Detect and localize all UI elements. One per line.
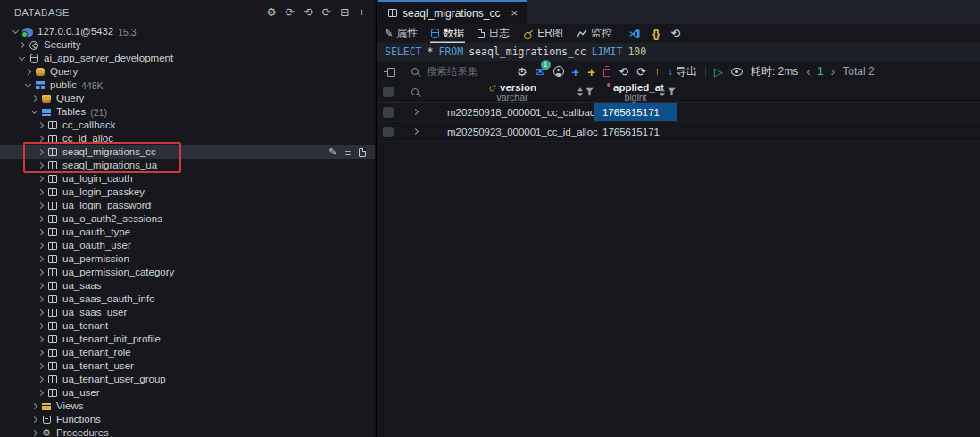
user-icon[interactable] bbox=[553, 66, 564, 77]
cell-version[interactable]: m20250918_000001_cc_callback bbox=[430, 107, 594, 118]
chevron-down-icon[interactable] bbox=[31, 108, 37, 114]
tab-data[interactable]: 数据 bbox=[430, 24, 465, 43]
tab-seaql-migrations-cc[interactable]: seaql_migrations_cc × bbox=[378, 0, 527, 24]
chevron-down-icon[interactable] bbox=[19, 54, 25, 61]
sql-history-icon[interactable]: ⟲ bbox=[670, 28, 680, 39]
chevron-right-icon[interactable] bbox=[37, 149, 44, 155]
chevron-right-icon[interactable] bbox=[31, 95, 37, 102]
tree-item-ua-login-oauth[interactable]: ua_login_oauth bbox=[0, 172, 375, 186]
chevron-right-icon[interactable] bbox=[411, 128, 418, 135]
chevron-right-icon[interactable] bbox=[411, 109, 418, 115]
chevron-right-icon[interactable] bbox=[31, 403, 37, 409]
tree-item-tables[interactable]: Tables(21) bbox=[0, 105, 375, 119]
chevron-right-icon[interactable] bbox=[37, 283, 44, 289]
delete-row-icon[interactable] bbox=[603, 69, 610, 77]
next-page-icon[interactable]: › bbox=[831, 64, 835, 78]
tree-item-ua-login-password[interactable]: ua_login_password bbox=[0, 199, 375, 212]
duplicate-row-icon[interactable]: + bbox=[587, 65, 595, 78]
chevron-right-icon[interactable] bbox=[25, 69, 31, 75]
sort-icon[interactable] bbox=[660, 87, 665, 96]
tree-item-ua-o-auth2-sessions[interactable]: ua_o_auth2_sessions bbox=[0, 212, 375, 226]
row-checkbox[interactable] bbox=[383, 107, 394, 118]
json-braces-icon[interactable]: {} bbox=[652, 29, 659, 39]
chevron-right-icon[interactable] bbox=[37, 189, 44, 195]
tab-properties[interactable]: ✎ 属性 bbox=[384, 24, 419, 43]
chevron-right-icon[interactable] bbox=[37, 176, 44, 182]
rollback-icon[interactable]: ⟲ bbox=[619, 66, 628, 78]
tree-item-127.0.0.1@5432[interactable]: 127.0.0.1@543215.3 bbox=[0, 25, 375, 38]
tree-item-public[interactable]: public448K bbox=[0, 78, 375, 92]
sql-editor[interactable]: SELECT * FROM seaql_migrations_cc LIMIT … bbox=[377, 43, 980, 61]
collapse-all-icon[interactable]: ⊟ bbox=[340, 7, 349, 19]
refresh-icon[interactable]: ⟳ bbox=[286, 7, 295, 19]
chevron-right-icon[interactable] bbox=[37, 376, 44, 383]
cell-applied-at[interactable]: 1765615171 bbox=[594, 122, 677, 141]
tree-item-ua-tenant-role[interactable]: ua_tenant_role bbox=[0, 346, 375, 359]
cell-version[interactable]: m20250923_000001_cc_id_alloc bbox=[430, 127, 594, 137]
history-icon[interactable]: ⟲ bbox=[303, 7, 312, 19]
tree-item-ua-tenant-user-group[interactable]: ua_tenant_user_group bbox=[0, 373, 375, 386]
column-header-version[interactable]: version varchar bbox=[430, 83, 594, 102]
tab-logs[interactable]: 日志 bbox=[477, 24, 511, 43]
tab-monitor[interactable]: 监控 bbox=[576, 24, 613, 43]
chevron-right-icon[interactable] bbox=[37, 350, 44, 356]
tree-item-ua-tenant-init-profile[interactable]: ua_tenant_init_profile bbox=[0, 333, 375, 346]
chevron-down-icon[interactable] bbox=[12, 28, 19, 34]
tree-item-security[interactable]: Security bbox=[0, 38, 375, 52]
chevron-right-icon[interactable] bbox=[37, 202, 44, 209]
chevron-right-icon[interactable] bbox=[37, 296, 44, 302]
settings-icon[interactable]: ⚙ bbox=[267, 7, 277, 19]
tree-item-query[interactable]: Query bbox=[0, 92, 375, 105]
edit-icon[interactable]: ✎ bbox=[328, 146, 336, 158]
chevron-right-icon[interactable] bbox=[37, 229, 44, 235]
search-input[interactable] bbox=[427, 66, 509, 77]
tree-item-ua-saas[interactable]: ua_saas bbox=[0, 279, 375, 293]
chevron-right-icon[interactable] bbox=[31, 430, 37, 436]
select-all-checkbox[interactable] bbox=[383, 87, 394, 97]
chevron-right-icon[interactable] bbox=[37, 136, 44, 142]
vscode-icon[interactable] bbox=[628, 28, 641, 40]
chevron-right-icon[interactable] bbox=[19, 42, 25, 48]
chevron-right-icon[interactable] bbox=[37, 243, 44, 249]
tree-item-seaql-migrations-cc[interactable]: seaql_migrations_cc✎≡ bbox=[0, 145, 375, 159]
tree-item-ua-tenant[interactable]: ua_tenant bbox=[0, 319, 375, 333]
sort-icon[interactable] bbox=[577, 87, 583, 96]
tree-item-ai-app-server-development[interactable]: ai_app_server_development bbox=[0, 52, 375, 65]
menu-icon[interactable]: ≡ bbox=[345, 147, 351, 158]
chevron-down-icon[interactable] bbox=[25, 81, 31, 87]
tree-item-ua-user[interactable]: ua_user bbox=[0, 386, 375, 400]
copy-icon[interactable] bbox=[359, 148, 366, 157]
tree-item-ua-oauth-user[interactable]: ua_oauth_user bbox=[0, 239, 375, 252]
close-icon[interactable]: × bbox=[511, 6, 518, 20]
tree-item-ua-saas-user[interactable]: ua_saas_user bbox=[0, 306, 375, 319]
chevron-right-icon[interactable] bbox=[37, 122, 44, 128]
tree-item-ua-permission-category[interactable]: ua_permission_category bbox=[0, 266, 375, 279]
tree-item-seaql-migrations-ua[interactable]: seaql_migrations_ua bbox=[0, 159, 375, 172]
tree-item-cc-id-alloc[interactable]: cc_id_alloc bbox=[0, 132, 375, 145]
add-row-icon[interactable]: + bbox=[572, 65, 580, 78]
tree-item-ua-tenant-user[interactable]: ua_tenant_user bbox=[0, 359, 375, 373]
tree-item-ua-login-passkey[interactable]: ua_login_passkey bbox=[0, 186, 375, 199]
column-header-applied-at[interactable]: applied_at bigint bbox=[594, 83, 677, 102]
chevron-right-icon[interactable] bbox=[37, 309, 44, 316]
table-row[interactable]: m20250918_000001_cc_callback1765615171 bbox=[377, 103, 980, 122]
add-connection-icon[interactable]: + bbox=[359, 7, 365, 19]
tab-er-diagram[interactable]: ER图 bbox=[522, 24, 564, 43]
tree-item-cc-callback[interactable]: cc_callback bbox=[0, 119, 375, 132]
chevron-right-icon[interactable] bbox=[37, 216, 44, 222]
upload-icon[interactable]: ↑ bbox=[654, 66, 660, 77]
filter-icon[interactable] bbox=[586, 88, 594, 96]
settings-icon[interactable]: ⚙ bbox=[517, 66, 527, 78]
tree-item-ua-saas-oauth-info[interactable]: ua_saas_oauth_info bbox=[0, 293, 375, 306]
pin-icon[interactable] bbox=[384, 67, 394, 76]
cell-applied-at[interactable]: 1765615171 bbox=[594, 103, 677, 121]
tree-item-ua-permission[interactable]: ua_permission bbox=[0, 252, 375, 266]
prev-page-icon[interactable]: ‹ bbox=[806, 64, 810, 78]
run-icon[interactable]: ▷ bbox=[714, 66, 723, 78]
tree-item-query[interactable]: Query bbox=[0, 65, 375, 78]
tree-item-ua-oauth-type[interactable]: ua_oauth_type bbox=[0, 226, 375, 239]
table-row[interactable]: m20250923_000001_cc_id_alloc1765615171 bbox=[377, 122, 980, 142]
chevron-right-icon[interactable] bbox=[37, 162, 44, 169]
chevron-right-icon[interactable] bbox=[37, 390, 44, 396]
refresh-results-icon[interactable]: ⟳ bbox=[636, 66, 646, 78]
